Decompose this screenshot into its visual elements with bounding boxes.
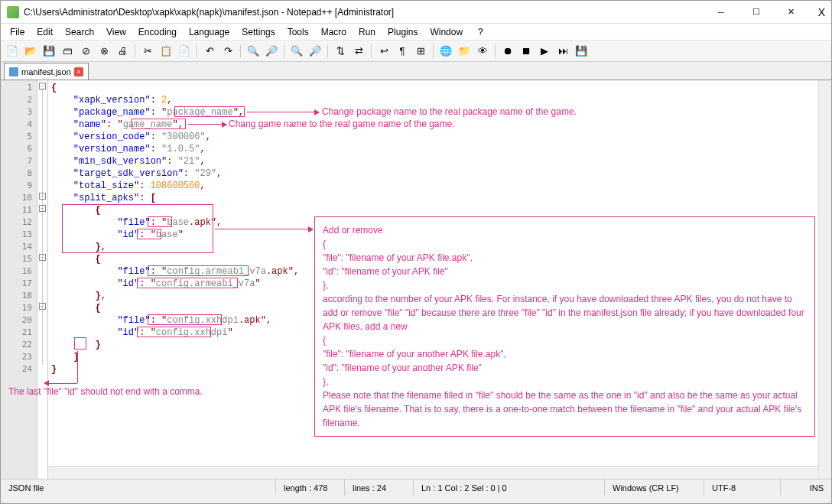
undo-icon[interactable]: ↶ [201,43,218,60]
cut-icon[interactable]: ✂ [139,43,156,60]
menu-encoding[interactable]: Encoding [132,24,183,40]
status-position: Ln : 1 Col : 2 Sel : 0 | 0 [414,480,605,496]
menu-window[interactable]: Window [424,24,469,40]
wordwrap-icon[interactable]: ↩ [375,43,392,60]
status-filetype: JSON file [1,480,276,496]
allchars-icon[interactable]: ¶ [394,43,411,60]
menu-plugins[interactable]: Plugins [382,24,424,40]
tab-bar: manifest.json × [1,62,831,80]
horizontal-scrollbar[interactable] [48,466,818,479]
folder-icon[interactable]: 📁 [456,43,473,60]
record-icon[interactable]: ⏺ [499,43,516,60]
app-icon [7,6,19,18]
save-icon[interactable]: 💾 [41,43,57,60]
save-all-icon[interactable]: 🗃 [59,43,76,60]
fold-column: − − − − − [37,80,48,479]
tab-close-icon[interactable]: × [74,67,83,76]
zoom-in-icon[interactable]: 🔍 [288,43,305,60]
stop-icon[interactable]: ⏹ [518,43,535,60]
menu-bar: File Edit Search View Encoding Language … [1,24,831,41]
menu-tools[interactable]: Tools [281,24,315,40]
sync-h-icon[interactable]: ⇄ [350,43,367,60]
menu-run[interactable]: Run [353,24,382,40]
status-bar: JSON file length : 478 lines : 24 Ln : 1… [1,479,831,496]
minimize-button[interactable]: ─ [704,1,739,24]
arrow-line [48,383,77,384]
fold-toggle-icon[interactable]: − [39,193,46,200]
copy-icon[interactable]: 📋 [158,43,174,60]
close-all-icon[interactable]: ⊗ [96,43,112,60]
sync-v-icon[interactable]: ⇅ [332,43,349,60]
arrow-head-icon [44,380,49,386]
arrow-icon [188,124,226,125]
fold-toggle-icon[interactable]: − [39,205,46,212]
replace-icon[interactable]: 🔎 [263,43,280,60]
monitor-icon[interactable]: 👁 [474,43,491,60]
annotation-last-comma: The last "file" "id" should not end with… [8,386,203,397]
menu-macro[interactable]: Macro [315,24,353,40]
menu-edit[interactable]: Edit [31,24,59,40]
menu-search[interactable]: Search [59,24,100,40]
arrow-icon [215,229,313,229]
vertical-scrollbar[interactable] [818,80,831,479]
savemacro-icon[interactable]: 💾 [573,43,590,60]
print-icon[interactable]: 🖨 [114,43,131,60]
editor-area[interactable]: 123456789101112131415161718192021222324 … [1,80,831,479]
arrow-line [77,351,78,383]
arrow-icon [247,112,319,112]
menu-help[interactable]: ? [472,24,489,40]
status-insert-mode: INS [781,480,831,496]
zoom-out-icon[interactable]: 🔎 [307,43,323,60]
new-file-icon[interactable]: 📄 [4,43,21,60]
file-tab-label: manifest.json [21,67,71,76]
secondary-close-button[interactable]: X [818,6,825,18]
menu-file[interactable]: File [4,24,31,40]
close-file-icon[interactable]: ⊘ [77,43,94,60]
line-gutter: 123456789101112131415161718192021222324 [1,80,37,479]
menu-settings[interactable]: Settings [236,24,281,40]
status-length: length : 478 [276,480,345,496]
toolbar: 📄 📂 💾 🗃 ⊘ ⊗ 🖨 ✂ 📋 📄 ↶ ↷ 🔍 🔎 🔍 🔎 ⇅ ⇄ ↩ ¶ … [1,41,831,62]
fold-toggle-icon[interactable]: − [39,303,46,310]
close-button[interactable]: ✕ [774,1,809,24]
annotation-package-name: Change package name to the real package … [322,106,577,117]
fold-toggle-icon[interactable]: − [39,254,46,261]
playmulti-icon[interactable]: ⏭ [554,43,571,60]
annotation-instructions-box: Add or remove { "file": "filename of you… [314,216,815,437]
window-title: C:\Users\Administrator\Desktop\xapk\xapk… [24,7,704,18]
status-encoding: UTF-8 [704,480,781,496]
redo-icon[interactable]: ↷ [219,43,236,60]
indent-guide-icon[interactable]: ⊞ [412,43,429,60]
lang-icon[interactable]: 🌐 [437,43,454,60]
play-icon[interactable]: ▶ [536,43,553,60]
fold-toggle-icon[interactable]: − [39,83,46,89]
maximize-button[interactable]: ☐ [739,1,774,24]
file-tab-icon [9,67,18,76]
find-icon[interactable]: 🔍 [245,43,262,60]
paste-icon[interactable]: 📄 [176,43,193,60]
menu-view[interactable]: View [100,24,132,40]
status-lines: lines : 24 [345,480,414,496]
file-tab[interactable]: manifest.json × [4,63,89,80]
status-eol: Windows (CR LF) [605,480,704,496]
title-bar: C:\Users\Administrator\Desktop\xapk\xapk… [1,1,831,24]
annotation-box-title: Add or remove [323,223,807,237]
annotation-game-name: Chang game name to the real game name of… [229,119,455,129]
open-file-icon[interactable]: 📂 [22,43,39,60]
menu-language[interactable]: Language [183,24,236,40]
